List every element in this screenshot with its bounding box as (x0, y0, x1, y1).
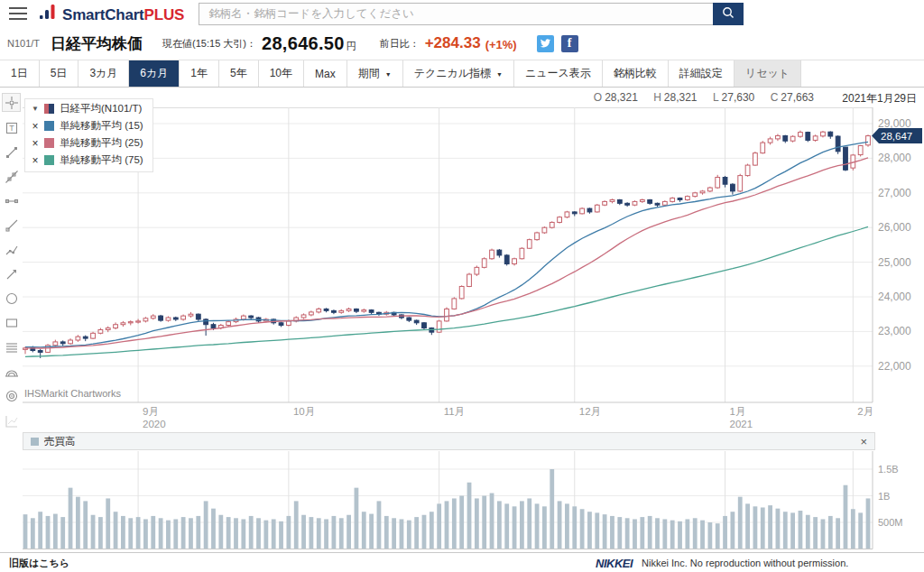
legend-item-ma15: ×単純移動平均 (15) (30, 117, 143, 134)
remove-series-icon[interactable]: × (30, 120, 41, 133)
high-value: 28,321 (664, 91, 698, 104)
volume-panel: 売買高 × 500M1B1.5B (0, 432, 924, 552)
symbol-search (199, 3, 744, 25)
legend-item-label: 単純移動平均 (25) (60, 136, 143, 150)
svg-text:1B: 1B (878, 491, 890, 502)
smartchart-app: SmartChartPLUS N101/T 日経平均株価 現在値(15:15 大… (0, 0, 924, 572)
series-color-chip (44, 155, 54, 165)
instrument-code: N101/T (7, 38, 40, 49)
chevron-down-icon: ▼ (385, 71, 392, 78)
app-logo: SmartChartPLUS (38, 3, 184, 24)
low-value: 27,630 (722, 91, 755, 104)
ray-tool-icon[interactable] (3, 217, 20, 234)
app-title: SmartChartPLUS (62, 6, 184, 24)
chevron-down-icon: ▼ (496, 71, 503, 78)
svg-text:T: T (9, 124, 14, 133)
price-chart-panel: T O28,321 H28,321 L27,630 C27,663 2021年1… (0, 88, 924, 432)
low-label: L (713, 91, 719, 104)
fib-circle-tool-icon[interactable] (3, 387, 20, 404)
symbol-search-input[interactable] (199, 3, 713, 25)
change-percent: (+1%) (485, 38, 517, 51)
svg-text:2021: 2021 (730, 419, 753, 429)
svg-text:500M: 500M (878, 517, 903, 528)
old-version-link[interactable]: 旧版はこちら (9, 557, 69, 570)
candlestick-series-icon (44, 104, 54, 114)
extended-line-tool-icon[interactable] (3, 168, 20, 185)
svg-text:26,000: 26,000 (878, 221, 911, 234)
svg-text:24,000: 24,000 (878, 291, 911, 303)
volume-chart[interactable]: 500M1B1.5B (23, 451, 924, 551)
legend-item-ma25: ×単純移動平均 (25) (30, 134, 143, 152)
polyline-tool-icon[interactable] (3, 241, 20, 258)
remove-series-icon[interactable]: × (30, 154, 41, 167)
open-label: O (594, 91, 602, 104)
tab-technical-indicator[interactable]: テクニカル指標▼ (403, 60, 514, 87)
legend-item-label: 単純移動平均 (75) (60, 153, 143, 167)
open-value: 28,321 (605, 91, 638, 104)
logo-bars-icon (38, 3, 58, 24)
current-price-label: 現在値(15:15 大引)： (162, 37, 256, 51)
footer: 旧版はこちら NIKKEI Nikkei Inc. No reproductio… (0, 552, 924, 572)
svg-text:IHSMarkit Chartworks: IHSMarkit Chartworks (24, 388, 121, 399)
close-value: 27,663 (781, 91, 814, 104)
tab-1day[interactable]: 1日 (0, 60, 40, 87)
tab-advanced-settings[interactable]: 詳細設定 (669, 60, 735, 87)
facebook-share-button[interactable]: f (561, 35, 578, 52)
svg-text:27,000: 27,000 (878, 187, 911, 199)
tab-6month[interactable]: 6カ月 (129, 60, 180, 87)
search-button[interactable] (713, 3, 744, 25)
top-bar: SmartChartPLUS (0, 0, 924, 27)
volume-panel-header: 売買高 × (23, 432, 875, 450)
series-color-chip (44, 121, 54, 131)
volume-close-icon[interactable]: × (860, 436, 867, 447)
instrument-name: 日経平均株価 (51, 33, 143, 54)
text-annotation-tool-icon[interactable]: T (3, 119, 20, 136)
menu-icon[interactable] (9, 7, 27, 20)
fib-retracement-tool-icon[interactable] (3, 338, 20, 355)
svg-text:28,000: 28,000 (878, 152, 911, 164)
remove-series-icon[interactable]: × (30, 137, 41, 150)
volume-panel-title: 売買高 (44, 435, 76, 448)
change-value: +284.33 (425, 34, 481, 52)
tab-reset[interactable]: リセット (735, 60, 801, 87)
tab-10year[interactable]: 10年 (259, 60, 304, 87)
svg-text:10月: 10月 (293, 406, 315, 417)
rectangle-tool-icon[interactable] (3, 314, 20, 331)
svg-text:1.5B: 1.5B (878, 464, 899, 475)
current-price-unit: 円 (346, 40, 356, 53)
tab-period[interactable]: 期間▼ (347, 60, 403, 87)
tab-5year[interactable]: 5年 (219, 60, 259, 87)
tab-3month[interactable]: 3カ月 (79, 60, 129, 87)
svg-text:29,000: 29,000 (878, 117, 911, 130)
svg-text:12月: 12月 (579, 406, 601, 417)
tab-compare[interactable]: 銘柄比較 (603, 60, 669, 87)
fib-arc-tool-icon[interactable] (3, 363, 20, 380)
series-color-chip (44, 138, 54, 148)
change-label: 前日比： (380, 37, 420, 51)
arrow-tool-icon[interactable] (3, 265, 20, 282)
svg-text:2020: 2020 (143, 419, 166, 429)
high-label: H (653, 91, 661, 104)
current-price-value: 28,646.50 (262, 33, 345, 54)
tab-news[interactable]: ニュース表示 (514, 60, 603, 87)
trendline-tool-icon[interactable] (3, 143, 20, 161)
footer-brand: NIKKEI Nikkei Inc. No reproduction witho… (596, 557, 848, 570)
chart-legend: ▼ 日経平均(N101/T) ×単純移動平均 (15)×単純移動平均 (25)×… (24, 98, 153, 172)
ellipse-tool-icon[interactable] (3, 290, 20, 307)
crosshair-tool-icon[interactable] (2, 93, 21, 112)
tab-max[interactable]: Max (304, 60, 347, 87)
svg-text:25,000: 25,000 (878, 256, 911, 269)
horizontal-segment-tool-icon[interactable] (3, 192, 20, 209)
tab-5day[interactable]: 5日 (40, 60, 79, 87)
chart-date: 2021年1月29日 (842, 91, 917, 106)
price-chart[interactable]: 29,00028,00027,00026,00025,00024,00023,0… (23, 107, 924, 432)
svg-text:28,647: 28,647 (881, 131, 912, 142)
twitter-share-button[interactable] (537, 35, 554, 52)
instrument-info-bar: N101/T 日経平均株価 現在値(15:15 大引)： 28,646.50 円… (0, 27, 924, 60)
svg-text:23,000: 23,000 (878, 325, 911, 337)
axis-scale-tool-icon[interactable] (3, 413, 20, 430)
tab-1year[interactable]: 1年 (180, 60, 219, 87)
legend-collapse-icon[interactable]: ▼ (30, 105, 41, 113)
svg-text:2月: 2月 (857, 406, 873, 417)
copyright-text: Nikkei Inc. No reproduction without perm… (642, 558, 848, 568)
